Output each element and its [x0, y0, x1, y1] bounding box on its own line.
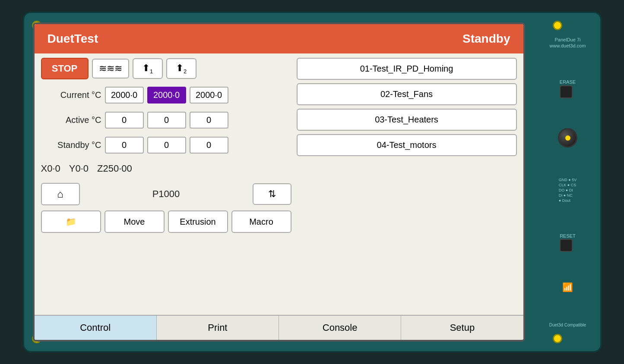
extruder1-icon: ⬆1 [142, 63, 153, 73]
position-row: X0·0 Y0·0 Z250·00 [41, 159, 291, 179]
wifi-section: 📶 [562, 282, 573, 292]
erase-button[interactable] [560, 85, 573, 98]
tab-control-label: Control [80, 322, 111, 333]
pin-header: GND ● 5V CLK ● CS DO ● DI Di ● NC ● Dout [559, 178, 576, 203]
bed-current-temp[interactable]: 2000·0 [105, 87, 144, 104]
layer-fan-button[interactable]: ⇅ [253, 183, 291, 205]
rotary-knob[interactable] [558, 128, 577, 147]
macro-item-4[interactable]: 04-Test_motors [297, 134, 517, 156]
top-controls: STOP ≋≋≋ ⬆1 ⬆2 [41, 58, 291, 79]
files-button[interactable]: 📁 [41, 210, 101, 233]
macro-item-2[interactable]: 02-Test_Fans [297, 83, 517, 105]
tab-setup-label: Setup [450, 322, 475, 333]
printer-title: DuetTest [48, 32, 98, 46]
bed-active-temp[interactable]: 0 [105, 112, 144, 129]
tab-print[interactable]: Print [157, 316, 279, 340]
fan-icon: ≋≋≋ [99, 63, 122, 74]
files-icon: 📁 [66, 217, 76, 226]
current-temp-label: Current °C [41, 90, 101, 100]
tab-console[interactable]: Console [279, 316, 401, 340]
e2-active-temp[interactable]: 0 [190, 112, 228, 129]
e1-standby-temp[interactable]: 0 [147, 137, 186, 154]
e1-current-temp[interactable]: 2000·0 [147, 87, 186, 104]
tab-print-label: Print [208, 322, 227, 333]
z-position: Z250·00 [97, 163, 132, 174]
pcb-board: DuetTest Standby STOP ≋≋≋ ⬆1 [23, 12, 602, 352]
e1-active-temp[interactable]: 0 [147, 112, 186, 129]
extruder1-button[interactable]: ⬆1 [133, 58, 163, 79]
home-icon: ⌂ [57, 188, 63, 200]
pin-do: DO ● DI [559, 188, 576, 192]
pcb-model-label: PanelDue 7i www.duet3d.com [550, 37, 586, 49]
knob-dot [565, 135, 570, 141]
left-panel: STOP ≋≋≋ ⬆1 ⬆2 Current °C [41, 58, 291, 311]
erase-label: ERASE [560, 79, 576, 85]
p1000-label: P1000 [152, 188, 180, 200]
duet-logo: Duet3d Compatible [549, 323, 586, 327]
tab-control[interactable]: Control [35, 316, 157, 340]
reset-button[interactable] [560, 239, 573, 252]
pin-dout: ● Dout [559, 198, 576, 203]
y-position: Y0·0 [69, 163, 89, 174]
standby-temp-row: Standby °C 0 0 0 [41, 134, 291, 156]
screen-inner: DuetTest Standby STOP ≋≋≋ ⬆1 [35, 24, 523, 340]
extrusion-button[interactable]: Extrusion [168, 210, 228, 233]
active-temp-row: Active °C 0 0 0 [41, 109, 291, 131]
panel-website: www.duet3d.com [550, 43, 586, 49]
current-temp-row: Current °C 2000·0 2000·0 2000·0 [41, 84, 291, 106]
standby-temp-label: Standby °C [41, 140, 101, 150]
macro-item-3[interactable]: 03-Test_Heaters [297, 109, 517, 131]
pin-clk: CLK ● CS [559, 183, 576, 187]
header-bar: DuetTest Standby [35, 24, 523, 53]
wifi-icon: 📶 [562, 282, 573, 292]
reset-section: RESET [560, 233, 576, 252]
screen-container: DuetTest Standby STOP ≋≋≋ ⬆1 [33, 22, 525, 342]
e2-current-temp[interactable]: 2000·0 [190, 87, 228, 104]
tab-bar: Control Print Console Setup [35, 315, 523, 340]
panel-model: PanelDue 7i [550, 37, 586, 43]
tab-setup[interactable]: Setup [401, 316, 523, 340]
nav-buttons: 📁 Move Extrusion Macro [41, 210, 291, 233]
macro-item-1[interactable]: 01-Test_IR_PD_Homing [297, 58, 517, 80]
e2-standby-temp[interactable]: 0 [190, 137, 228, 154]
pin-gnd: GND ● 5V [559, 178, 576, 182]
pin-di: Di ● NC [559, 193, 576, 198]
reset-label: RESET [560, 233, 576, 239]
pcb-right-panel: PanelDue 7i www.duet3d.com ERASE GND ● 5… [535, 13, 600, 351]
main-content: STOP ≋≋≋ ⬆1 ⬆2 Current °C [35, 53, 523, 315]
layer-fan-icon: ⇅ [268, 188, 276, 199]
macro-button[interactable]: Macro [231, 210, 291, 233]
move-button[interactable]: Move [105, 210, 165, 233]
extruder2-button[interactable]: ⬆2 [166, 58, 196, 79]
bed-standby-temp[interactable]: 0 [105, 137, 144, 154]
erase-section: ERASE [560, 79, 576, 98]
tab-console-label: Console [323, 322, 358, 333]
extruder2-icon: ⬆2 [176, 63, 187, 73]
fan-button[interactable]: ≋≋≋ [92, 59, 129, 78]
action-row: ⌂ P1000 ⇅ [41, 183, 291, 205]
printer-status: Standby [462, 32, 510, 46]
right-panel: 01-Test_IR_PD_Homing 02-Test_Fans 03-Tes… [297, 58, 517, 311]
active-temp-label: Active °C [41, 115, 101, 125]
stop-button[interactable]: STOP [41, 58, 89, 79]
x-position: X0·0 [41, 163, 60, 174]
home-button[interactable]: ⌂ [41, 183, 80, 205]
